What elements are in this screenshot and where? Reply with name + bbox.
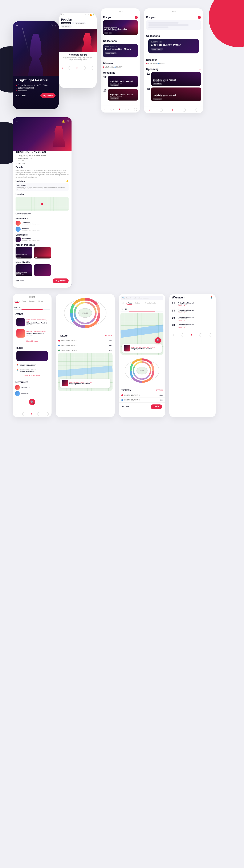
nav-srch-search[interactable]: ◯ — [22, 412, 26, 415]
warsaw-arrow[interactable]: ▾ — [184, 296, 185, 299]
back-button[interactable]: ← — [15, 24, 19, 27]
nav-w-search[interactable]: ◯ — [181, 333, 184, 336]
more-like-scroll[interactable]: Brightlight Music Festival Indie Rock • … — [16, 265, 68, 277]
nav-bell-s[interactable]: ◯ — [125, 107, 129, 111]
warsaw-item-2[interactable]: 13 Trying New Material DUBAI CENTER FRID… — [169, 308, 216, 315]
map-search-bar[interactable]: 🔍 Search events, artists, places... — [121, 296, 163, 300]
upcoming-card-1[interactable]: Brightlight Music Festival Indie Rock • … — [108, 76, 138, 87]
by-price-2[interactable]: BY PRICE — [156, 389, 162, 391]
event-action-2[interactable]: + — [109, 32, 112, 34]
upcoming-med-card-1[interactable]: Brightlight Music Festival Indie Rock • … — [151, 72, 201, 86]
warsaw-item-3[interactable]: 18 Trying New Material DUBAI CENTER FRID… — [169, 315, 216, 322]
nav-med-events[interactable]: ♦ — [172, 108, 173, 112]
nav-srch-events[interactable]: ♦ — [30, 412, 32, 415]
similar-card-2[interactable] — [34, 265, 51, 276]
upcoming-med-card-2[interactable]: Brightlight Music Festival Indie Rock • … — [151, 88, 201, 101]
filter-lineup[interactable]: Lineup — [37, 300, 44, 303]
hero-buy-button[interactable]: Buy tickets — [40, 93, 56, 98]
nav-w-profile[interactable]: ◯ — [209, 333, 212, 336]
nav-profile[interactable]: ◯ — [91, 66, 94, 70]
venue-card-1[interactable]: Brightlight Music Festival Indie Rock — [16, 247, 32, 258]
updates-bell[interactable]: 🔔 — [66, 180, 68, 182]
nav-profile-s[interactable]: ◯ — [134, 107, 138, 111]
map-filter-venue[interactable]: Venue — [126, 302, 133, 305]
venue-card-2[interactable]: Brig — [34, 247, 51, 258]
by-price-label[interactable]: BY PRICE — [105, 335, 112, 336]
discover-nearby[interactable]: NEARBY — [115, 66, 122, 68]
event-list-item-2[interactable]: EMI PARK - FRIDAY OCT 24, 9PM Brightbike… — [15, 328, 50, 339]
detail-heart-icon[interactable]: ♡ — [67, 120, 69, 123]
learn-more-med[interactable]: Learn more » — [151, 48, 163, 51]
event-action-1[interactable]: ●●● — [104, 32, 108, 34]
nav-srch-home[interactable]: ⬦ — [15, 412, 17, 415]
nav-events-s[interactable]: ♦ — [119, 107, 120, 111]
place-item-2[interactable]: 📍 MAIN STREET 2, LONDON Bright Lights Ha… — [15, 368, 50, 373]
tag-tv[interactable]: TV on the Radio — [72, 22, 86, 24]
featured-event-card[interactable]: FRIDAY AUG 24, 9PM Brightlight Music Fes… — [103, 20, 138, 35]
nav-w-events[interactable]: ♦ — [191, 333, 192, 336]
place-item-1[interactable]: 📍 MAIN STREET 4, WARSAW Dubai Concert Ha… — [15, 362, 50, 368]
focus-button[interactable]: Focus — [151, 404, 162, 409]
performer-item-1[interactable]: Drumpfets — [15, 385, 50, 390]
share-icon[interactable]: ↑ — [55, 24, 56, 27]
upcoming-more-1[interactable]: EVENTS MORE — [110, 84, 119, 86]
nav-srch-bell[interactable]: ◯ — [37, 412, 40, 415]
nav-w-home[interactable]: ⬦ — [173, 333, 174, 336]
discover-med-area[interactable]: YOUR AREA — [146, 63, 157, 64]
learn-more-button[interactable]: Learn more » — [105, 52, 117, 54]
show-all-events[interactable]: Show all 5 events — [15, 339, 50, 343]
price-slider[interactable] — [14, 309, 50, 310]
location-map[interactable] — [16, 197, 68, 211]
filter-category[interactable]: Category — [28, 300, 36, 303]
nav-bell[interactable]: ◯ — [83, 66, 86, 70]
upcoming-card-2[interactable]: Brightlight Music Festival Indie Rock • … — [108, 89, 138, 100]
filter-venue[interactable]: Venue — [21, 300, 27, 303]
upcoming-add[interactable]: + — [136, 71, 138, 74]
nav-events[interactable]: ♦ — [76, 66, 78, 70]
nav-home-s[interactable]: ⬦ — [103, 107, 105, 111]
place-card-1[interactable] — [17, 351, 48, 361]
event-list-item-1[interactable]: DUBAI CENTER - FRIDAY OCT 24, 9PM Bright… — [15, 317, 50, 328]
collection-card[interactable]: Electronics Electronica Next Month Learn… — [103, 44, 138, 57]
warsaw-item-1[interactable]: 12 Trying New Material DUBAI CENTER FRID… — [169, 301, 216, 308]
upcoming-med-more-1[interactable]: EVENTS MORE — [153, 83, 162, 85]
nav-med-profile[interactable]: ◯ — [195, 108, 199, 112]
filter-info[interactable]: Info — [14, 300, 20, 303]
event-date-1: DUBAI CENTER - FRIDAY OCT 24, 9PM — [27, 319, 48, 322]
detail-bell-icon[interactable]: 🔔 — [62, 120, 65, 123]
detail-back-btn[interactable]: ← — [15, 120, 18, 123]
warsaw-item-4[interactable]: 18 Trying New Material DUBAI CENTER FRID… — [169, 322, 216, 329]
tag-phil[interactable]: Phil Collins — [61, 22, 71, 24]
upcoming-more-2[interactable]: EVENTS MORE — [110, 97, 119, 99]
map-price-slider[interactable] — [121, 311, 163, 311]
discover-your-area[interactable]: YOUR AREA — [103, 66, 114, 68]
nav-srch-profile[interactable]: ◯ — [45, 412, 49, 415]
nav-med-bell[interactable]: ◯ — [183, 108, 186, 112]
performer-item-2[interactable]: Sawbirds — [15, 391, 50, 396]
map-filter-cat[interactable]: Category — [134, 302, 143, 305]
nav-med-home[interactable]: ⬦ — [149, 108, 150, 112]
nav-w-bell[interactable]: ◯ — [199, 333, 202, 336]
heart-icon[interactable]: ♡ — [51, 24, 53, 27]
full-map-popup[interactable]: DUBAI CENTER - FRIDAY OCT 24, 9PM Bright… — [122, 344, 162, 353]
also-in-venue-scroll[interactable]: Brightlight Music Festival Indie Rock Br… — [16, 247, 68, 259]
collection-dark[interactable]: Electronics Electronica Next Month Learn… — [148, 39, 199, 54]
full-map-view[interactable]: DUBAI CENTER - FRIDAY OCT 24, 9PM Bright… — [121, 313, 163, 355]
similar-card-1[interactable]: Brightlight Music Festival Indie Rock • … — [16, 265, 32, 276]
upcoming-med-add[interactable]: + — [199, 67, 201, 71]
show-all-places[interactable]: Show all 25 performers — [15, 373, 50, 377]
nav-med-search[interactable]: ◯ — [159, 108, 163, 112]
nav-search-s[interactable]: ◯ — [111, 107, 114, 111]
upcoming-med-more-2[interactable]: EVENTS MORE — [153, 98, 162, 100]
search-fab[interactable]: 🔍 — [29, 399, 35, 405]
discover-med-nearby[interactable]: NEARBY — [157, 63, 165, 64]
map-filter-fav[interactable]: Favourite location — [144, 302, 157, 305]
nav-home[interactable]: ⬦ — [61, 66, 63, 70]
map-filter-info[interactable]: Info — [121, 302, 126, 305]
map-event-popup[interactable]: DUBAI CENTER - FRIDAY OCT 24, 9PM Bright… — [60, 379, 111, 388]
detail-buy-button[interactable]: Buy tickets — [53, 278, 68, 283]
for-you-med-row: For you 11 — [146, 16, 201, 19]
map-search-fab[interactable]: 🔍 — [155, 337, 161, 343]
tag-fc[interactable]: FC Barcelor — [61, 25, 72, 28]
nav-search[interactable]: ◯ — [68, 66, 71, 70]
